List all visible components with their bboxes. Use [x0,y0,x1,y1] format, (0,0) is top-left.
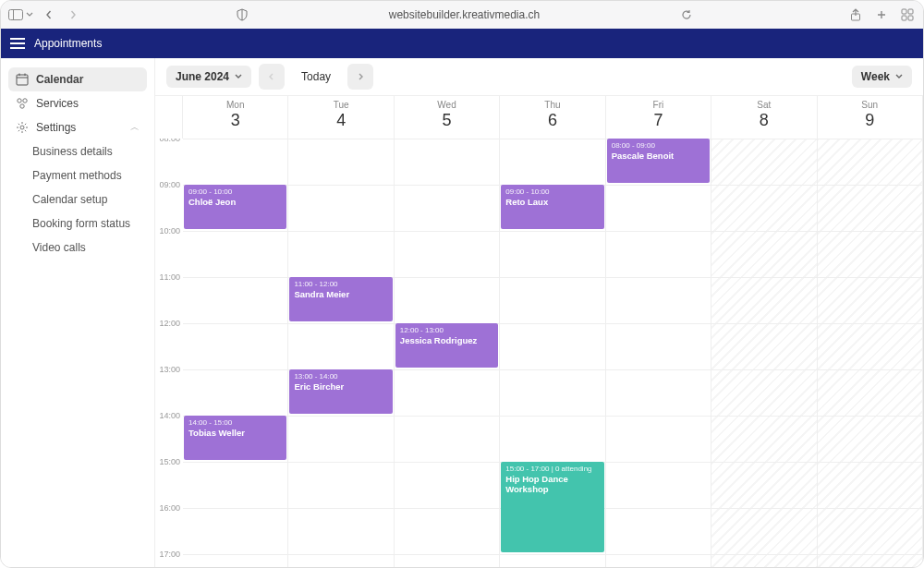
day-column[interactable]: 12:00 - 13:00Jessica Rodriguez [395,139,500,568]
event-time: 08:00 - 09:00 [612,141,705,150]
gear-icon [16,121,29,134]
dow-label: Sat [711,100,816,110]
services-icon [16,97,29,110]
hour-label: 11:00 [155,272,183,319]
sidebar-sub-video-calls[interactable]: Video calls [25,236,147,260]
event-title: Sandra Meier [294,289,387,299]
sidebar-sub-payment-methods[interactable]: Payment methods [25,163,147,187]
settings-subitems: Business details Payment methods Calenda… [8,139,147,260]
day-column[interactable] [711,139,817,568]
next-week-button[interactable] [347,64,373,90]
sidebar-item-label: Calendar [36,73,83,86]
svg-rect-0 [9,10,23,20]
calendar-toolbar: June 2024 Today Week [155,58,923,95]
month-picker[interactable]: June 2024 [166,66,251,88]
dow-label: Fri [606,100,711,110]
day-number: 9 [818,111,922,130]
sidebar-item-calendar[interactable]: Calendar [8,67,147,91]
reload-icon[interactable] [678,6,695,23]
browser-back-button[interactable] [41,6,57,23]
chevron-down-icon [26,11,33,18]
svg-point-11 [18,99,21,103]
day-column[interactable]: 09:00 - 10:00Reto Laux15:00 - 17:00 | 0 … [500,139,605,568]
hour-label: 13:00 [155,365,183,411]
event-time: 12:00 - 13:00 [400,326,493,334]
calendar-event[interactable]: 15:00 - 17:00 | 0 attendingHip Hop Dance… [501,462,603,552]
sidebar-sub-business-details[interactable]: Business details [25,139,147,163]
prev-week-button[interactable] [259,64,285,90]
sidebar-sub-calendar-setup[interactable]: Calendar setup [25,187,147,211]
svg-rect-4 [908,9,913,14]
calendar-day-header: Mon3Tue4Wed5Thu6Fri7Sat8Sun9 [155,96,923,139]
event-time: 11:00 - 12:00 [294,280,387,288]
sidebar-item-services[interactable]: Services [8,91,147,115]
calendar-event[interactable]: 08:00 - 09:00Pascale Benoit [607,139,710,183]
month-label: June 2024 [176,70,229,83]
browser-sidebar-toggle[interactable] [8,9,33,20]
hour-label: 12:00 [155,319,183,365]
today-button[interactable]: Today [292,64,340,90]
today-label: Today [301,70,331,83]
day-column[interactable]: 09:00 - 10:00Chloë Jeon14:00 - 15:00Tobi… [183,139,288,568]
browser-forward-button[interactable] [65,6,81,23]
hour-label: 17:00 [155,550,183,568]
hour-label: 14:00 [155,411,183,457]
tab-overview-icon[interactable] [899,6,916,23]
day-header: Mon3 [183,96,288,139]
day-header: Sun9 [818,96,923,139]
day-number: 7 [606,111,711,130]
day-column[interactable]: 08:00 - 09:00Pascale Benoit [606,139,711,568]
hour-label: 08:00 [155,139,183,180]
day-number: 3 [183,111,287,130]
event-title: Pascale Benoit [612,151,705,161]
day-column[interactable]: 11:00 - 12:00Sandra Meier13:00 - 14:00Er… [288,139,394,568]
hour-label: 10:00 [155,226,183,272]
dow-label: Wed [395,100,499,110]
day-header: Wed5 [395,96,500,139]
calendar-days: 09:00 - 10:00Chloë Jeon14:00 - 15:00Tobi… [183,139,923,568]
calendar-event[interactable]: 11:00 - 12:00Sandra Meier [289,277,392,321]
calendar-event[interactable]: 09:00 - 10:00Reto Laux [501,185,603,229]
day-number: 8 [711,111,816,130]
day-header: Sat8 [711,96,817,139]
calendar-event[interactable]: 13:00 - 14:00Eric Bircher [289,369,392,414]
app-title: Appointments [34,37,102,50]
day-column[interactable] [818,139,923,568]
share-icon[interactable] [847,6,864,23]
event-time: 09:00 - 10:00 [188,187,282,196]
menu-icon[interactable] [10,38,25,49]
view-picker[interactable]: Week [852,66,912,88]
sidebar-item-label: Settings [36,121,76,134]
calendar-grid-scroll[interactable]: 08:0009:0010:0011:0012:0013:0014:0015:00… [155,139,923,568]
browser-url[interactable]: websitebuilder.kreativmedia.ch [258,8,671,21]
event-time: 09:00 - 10:00 [505,187,599,196]
hour-label: 16:00 [155,503,183,550]
svg-rect-7 [17,75,28,85]
shield-icon[interactable] [234,6,250,23]
new-tab-icon[interactable] [873,6,890,23]
day-number: 6 [500,111,604,130]
sidebar-sub-booking-form[interactable]: Booking form status [25,211,147,236]
caret-down-icon [235,73,242,80]
calendar-event[interactable]: 12:00 - 13:00Jessica Rodriguez [395,323,498,368]
day-number: 5 [395,111,499,130]
calendar-icon [16,73,29,86]
svg-rect-6 [908,16,913,20]
day-number: 4 [288,111,393,130]
caret-down-icon [895,73,903,80]
event-title: Hip Hop Dance Workshop [505,474,599,494]
event-title: Eric Bircher [294,381,387,392]
event-time: 13:00 - 14:00 [294,372,387,381]
calendar-event[interactable]: 09:00 - 10:00Chloë Jeon [184,185,286,229]
sidebar-item-settings[interactable]: Settings ︿ [8,115,147,139]
dow-label: Sun [818,100,922,110]
day-header: Thu6 [500,96,605,139]
event-title: Reto Laux [505,197,599,207]
svg-rect-3 [902,9,906,14]
calendar-event[interactable]: 14:00 - 15:00Tobias Weller [184,416,286,460]
svg-point-12 [23,99,27,103]
event-time: 15:00 - 17:00 | 0 attending [505,465,599,473]
main: June 2024 Today Week Mon3Tue4Wed5Thu [155,58,923,568]
day-header: Tue4 [288,96,394,139]
event-title: Tobias Weller [188,428,282,438]
